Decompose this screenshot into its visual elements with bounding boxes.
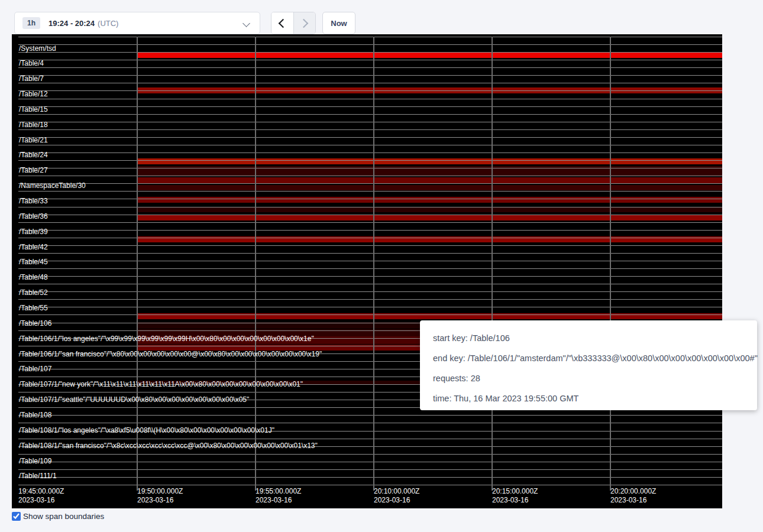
time-gridline (137, 37, 138, 491)
chevron-right-icon (299, 18, 308, 28)
span-boundary-line (18, 122, 722, 122)
span-boundary-line (18, 99, 722, 99)
time-gridline (255, 37, 256, 491)
span-boundary-line (18, 199, 722, 199)
span-boundary-line (18, 153, 722, 153)
span-boundary-line (18, 114, 722, 115)
span-key-label: /Table/15 (19, 106, 48, 113)
heat-band[interactable] (137, 197, 722, 203)
tooltip-requests: requests: 28 (433, 368, 757, 388)
span-key-label: /Table/52 (19, 289, 48, 297)
span-boundary-line (18, 52, 722, 53)
span-key-label: /Table/107 (19, 365, 51, 373)
heat-band[interactable] (137, 185, 722, 190)
axis-time-label: 19:50:00.000Z2023-03-16 (137, 487, 183, 505)
span-boundary-line (18, 60, 722, 60)
span-key-label: /Table/36 (19, 213, 48, 220)
span-boundary-line (18, 268, 722, 269)
span-boundary-line (18, 207, 722, 207)
span-boundary-line (18, 423, 722, 423)
span-boundary-line (18, 477, 722, 478)
time-nav-group (271, 12, 316, 34)
footer-controls: Show span boundaries (12, 512, 104, 521)
span-key-label: /Table/7 (19, 75, 44, 83)
key-visualizer-heatmap[interactable]: /System/tsd/Table/4/Table/7/Table/12/Tab… (12, 34, 722, 508)
span-key-label: /Table/109 (19, 458, 51, 465)
span-boundary-line (18, 215, 722, 215)
span-boundary-line (18, 168, 722, 168)
span-boundary-line (18, 75, 722, 76)
axis-time-label: 20:15:00.000Z2023-03-16 (492, 487, 538, 505)
axis-date: 2023-03-16 (374, 496, 419, 505)
prev-range-button[interactable] (271, 12, 294, 34)
span-boundary-line (18, 238, 722, 238)
span-boundary-line (18, 291, 722, 292)
range-timezone: (UTC) (98, 19, 118, 28)
span-key-label: /Table/108/1/"los angeles"/"\xa8\xf5\u00… (19, 427, 274, 434)
span-boundary-line (18, 176, 722, 176)
span-boundary-line (18, 230, 722, 231)
heat-band[interactable] (137, 207, 722, 212)
span-key-label: /Table/12 (19, 90, 48, 98)
span-boundary-line (18, 90, 722, 91)
span-key-label: /Table/108 (19, 411, 51, 419)
axis-time: 20:10:00.000Z (374, 487, 419, 496)
range-duration-badge: 1h (22, 17, 40, 29)
span-key-label: /Table/42 (19, 244, 48, 251)
span-key-label: /Table/111/1 (19, 472, 57, 480)
heat-band[interactable] (137, 158, 722, 164)
span-key-label: /Table/21 (19, 137, 48, 144)
span-key-label: /Table/107/1/"seattle"/"UUUUUUD\x00\x80\… (19, 396, 249, 404)
span-boundary-line (18, 183, 722, 184)
span-boundary-line (18, 485, 722, 485)
axis-time-label: 20:10:00.000Z2023-03-16 (374, 487, 419, 505)
span-boundary-line (18, 253, 722, 254)
time-gridline (492, 37, 493, 491)
axis-time-label: 19:55:00.000Z2023-03-16 (256, 487, 301, 505)
show-span-boundaries-label: Show span boundaries (23, 512, 104, 521)
axis-time-label: 19:45:00.000Z2023-03-16 (18, 487, 64, 505)
heat-band[interactable] (137, 52, 722, 58)
span-boundary-line (18, 299, 722, 300)
span-boundary-line (18, 276, 722, 277)
span-boundary-line (18, 439, 722, 439)
span-key-label: /System/tsd (19, 45, 56, 53)
span-key-label: /Table/27 (19, 167, 48, 174)
span-boundary-line (18, 462, 722, 462)
span-key-label: /Table/106/1/"los angeles"/"\x99\x99\x99… (19, 335, 314, 343)
now-button[interactable]: Now (322, 12, 355, 34)
tooltip-end-key: end key: /Table/106/1/"amsterdam"/"\xb33… (433, 348, 757, 368)
span-boundary-line (18, 37, 722, 37)
axis-time: 19:55:00.000Z (256, 487, 301, 496)
span-boundary-line (18, 191, 722, 192)
show-span-boundaries-checkbox[interactable] (12, 512, 21, 521)
span-boundary-line (18, 415, 722, 416)
span-boundary-line (18, 222, 722, 223)
next-range-button-disabled[interactable] (294, 12, 316, 34)
time-gridline (373, 37, 374, 491)
span-tooltip: start key: /Table/106 end key: /Table/10… (420, 320, 757, 410)
span-boundary-line (18, 137, 722, 138)
span-key-label: /Table/106 (19, 320, 51, 327)
tooltip-start-key: start key: /Table/106 (433, 328, 757, 348)
heat-band[interactable] (137, 177, 722, 183)
heat-band[interactable] (137, 215, 722, 220)
span-boundary-line (18, 160, 722, 161)
span-boundary-line (18, 129, 722, 130)
span-boundary-line (18, 83, 722, 83)
span-key-label: /NamespaceTable/30 (19, 182, 86, 190)
span-boundary-line (18, 284, 722, 284)
axis-date: 2023-03-16 (492, 496, 538, 505)
time-range-picker[interactable]: 1h 19:24 - 20:24 (UTC) (14, 12, 260, 34)
axis-date: 2023-03-16 (256, 496, 301, 505)
span-boundary-line (18, 469, 722, 470)
span-key-label: /Table/108/1/"san francisco"/"\x8c\xcc\x… (19, 442, 318, 450)
axis-time-label: 20:20:00.000Z2023-03-16 (610, 487, 656, 505)
chevron-down-icon (243, 20, 250, 27)
axis-time: 19:45:00.000Z (18, 487, 64, 496)
axis-time: 20:20:00.000Z (610, 487, 656, 496)
span-key-label: /Table/55 (19, 304, 48, 312)
axis-date: 2023-03-16 (610, 496, 656, 505)
axis-date: 2023-03-16 (18, 496, 64, 505)
time-gridline (610, 37, 611, 491)
